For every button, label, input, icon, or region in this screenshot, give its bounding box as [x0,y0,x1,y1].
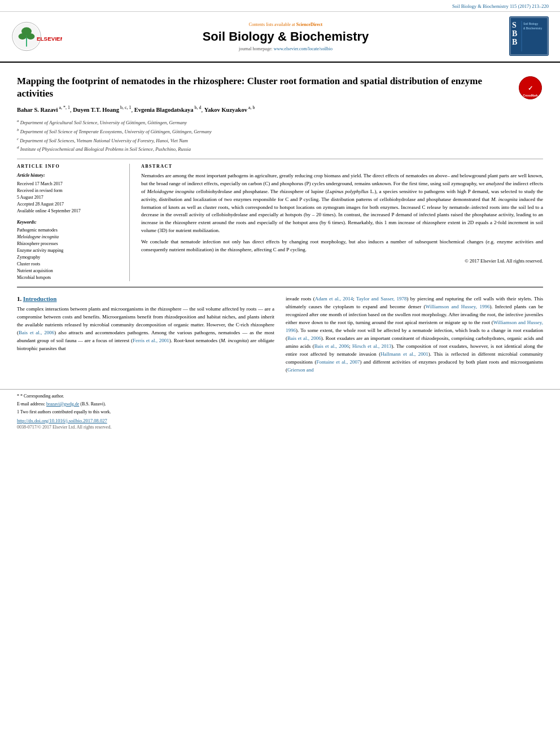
ref-bais-2006-2[interactable]: Bais et al., 2006 [287,335,321,341]
affil-4: d Institute of Physicochemical and Biolo… [17,145,543,153]
history-revised-date: 5 August 2017 [17,194,124,201]
ref-ferris-2001[interactable]: Ferris et al., 2001 [133,338,169,343]
keyword-7: Nutrient acquisition [17,268,124,274]
corresponding-author-note: * * Corresponding author. [17,393,543,400]
intro-heading: 1. Introduction [17,295,274,302]
affil-3: c Department of Soil Sciences, Vietnam N… [17,136,543,145]
email-note: E-mail address: brazavi@gwdg.de (B.S. Ra… [17,401,543,408]
article-title: Mapping the footprint of nematodes in th… [17,75,543,100]
keyword-8: Microbial hotspots [17,274,124,281]
elsevier-logo: ELSEVIER [11,21,62,53]
author-3: Evgenia Blagodatskaya [134,107,194,113]
journal-header: ELSEVIER Contents lists available at Sci… [0,12,560,63]
article-footer: * * Corresponding author. E-mail address… [0,389,560,433]
title-text: Mapping the footprint of nematodes in th… [17,76,482,99]
ref-adam-2014[interactable]: Adam et al., 2014 [315,296,353,302]
ref-taylor-1978[interactable]: Taylor and Sasser, 1978 [356,296,406,302]
svg-text:ELSEVIER: ELSEVIER [37,35,62,41]
intro-left-col: 1. Introduction The complex interactions… [17,295,274,377]
intro-title: Introduction [23,295,57,302]
doi-link[interactable]: http://dx.doi.org/10.1016/j.soilbio.2017… [17,418,107,423]
article-history: Article history: Received 17 March 2017 … [17,172,124,215]
copyright-text: © 2017 Elsevier Ltd. All rights reserved… [141,257,543,265]
introduction-section: 1. Introduction The complex interactions… [17,293,543,377]
keyword-6: Cluster roots [17,261,124,268]
svg-text:CrossMark: CrossMark [523,94,538,97]
ref-williamson-1996-1[interactable]: Williamson and Hussey, 1996 [426,304,490,309]
abstract-para-1: Nematodes are among the most important p… [141,172,543,235]
journal-reference: Soil Biology & Biochemistry 115 (2017) 2… [0,0,560,12]
abstract-col: ABSTRACT Nematodes are among the most im… [141,164,543,282]
ref-bais-2006-1[interactable]: Bais et al., 2006 [19,330,54,335]
intro-divider [17,287,543,287]
equal-contrib-note: 1 Two first authors contributed equally … [17,409,543,416]
svg-text:B: B [512,29,517,38]
author-1: Bahar S. Razavi [17,107,58,113]
abstract-header: ABSTRACT [141,164,543,169]
info-abstract-cols: ARTICLE INFO Article history: Received 1… [17,164,543,282]
svg-point-4 [19,33,27,40]
svg-point-5 [27,33,34,40]
homepage-label: journal homepage: [239,46,273,51]
header-center: Contents lists available at ScienceDirec… [68,22,504,51]
ref-hirsch-2013[interactable]: Hirsch et al., 2013 [352,343,392,349]
svg-text:& Biochemistry: & Biochemistry [523,27,542,30]
keywords-label: Keywords: [17,219,124,226]
journal-logo-area: S B B Soil Biology & Biochemistry [509,16,549,57]
keyword-5: Zymography [17,254,124,261]
affil-1: a Department of Agricultural Soil Scienc… [17,118,543,126]
ref-fontaine-2007[interactable]: Fontaine et al., 2007 [316,359,360,365]
keyword-3: Rhizosphere processes [17,241,124,247]
article-info-col: ARTICLE INFO Article history: Received 1… [17,164,130,282]
intro-right-para: invade roots (Adam et al., 2014; Taylor … [286,295,543,374]
ref-bais-2006-3[interactable]: Bais et al., 2006 [314,343,349,349]
svg-text:S: S [512,21,517,29]
history-label: Article history: [17,172,124,180]
intro-number: 1. [17,295,21,302]
affil-2: b Department of Soil Science of Temperat… [17,127,543,136]
intro-right-col: invade roots (Adam et al., 2014; Taylor … [286,295,543,377]
section-divider-1 [17,159,543,159]
issn-line: 0038-0717/© 2017 Elsevier Ltd. All right… [17,425,543,430]
email-link[interactable]: brazavi@gwdg.de [46,401,79,407]
ref-hallmann-2001[interactable]: Hallmann et al., 2001 [380,351,428,357]
journal-homepage: journal homepage: www.elsevier.com/locat… [68,46,504,51]
crossmark-icon[interactable]: ✓ CrossMark [518,75,543,101]
article-info-header: ARTICLE INFO [17,164,124,169]
history-accepted: Accepted 28 August 2017 [17,201,124,208]
svg-text:B: B [512,38,517,46]
svg-text:✓: ✓ [528,85,533,91]
keyword-4: Enzyme activity mapping [17,247,124,254]
history-online: Available online 4 September 2017 [17,208,124,215]
svg-text:Soil Biology: Soil Biology [523,22,539,25]
abstract-text: Nematodes are among the most important p… [141,172,543,265]
author-4: Yakov Kuzyakov [204,107,247,113]
author-2: Duyen T.T. Hoang [73,107,119,113]
authors-line: Bahar S. Razavi a, *, 1, Duyen T.T. Hoan… [17,104,543,115]
affiliations: a Department of Agricultural Soil Scienc… [17,118,543,152]
history-revised-label: Received in revised form [17,187,124,194]
journal-title: Soil Biology & Biochemistry [68,29,504,44]
keyword-2: Meloidogyne incognita [17,234,124,241]
page: Soil Biology & Biochemistry 115 (2017) 2… [0,0,560,747]
journal-ref-text: Soil Biology & Biochemistry 115 (2017) 2… [452,3,549,9]
ref-williamson-1996-2[interactable]: Williamson and Hussey, 1996 [286,320,543,333]
keyword-1: Pathogenic nematodes [17,227,124,234]
keywords-section: Keywords: Pathogenic nematodes Meloidogy… [17,219,124,282]
ref-grierson[interactable]: Grierson and [287,367,314,373]
abstract-para-2: We conclude that nematode infection not … [141,238,543,254]
doi-line: http://dx.doi.org/10.1016/j.soilbio.2017… [17,418,543,423]
contents-text: Contents lists available at [249,22,295,27]
homepage-url[interactable]: www.elsevier.com/locate/soilbio [274,46,333,51]
sciencedirect-line: Contents lists available at ScienceDirec… [68,22,504,27]
sciencedirect-text: ScienceDirect [296,22,323,27]
article-content: Mapping the footprint of nematodes in th… [0,63,560,383]
intro-left-para: The complex interactions between plants … [17,305,274,353]
history-received: Received 17 March 2017 [17,181,124,187]
